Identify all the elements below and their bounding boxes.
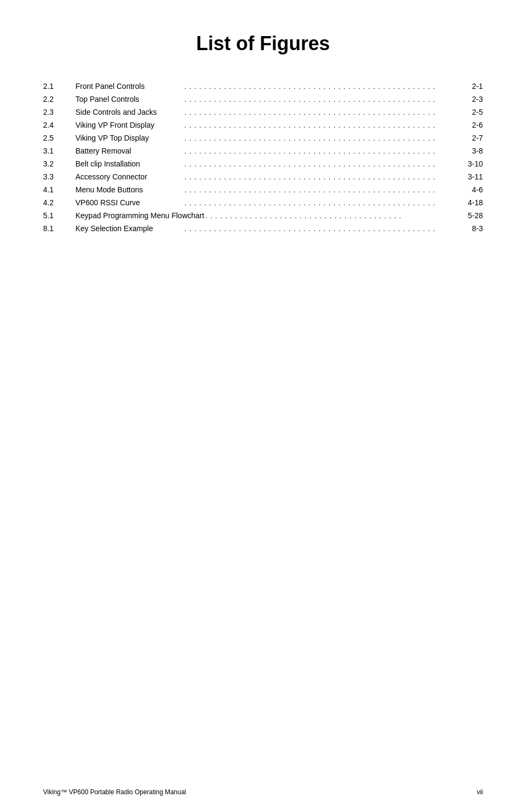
figure-title: Top Panel Controls (75, 95, 183, 103)
figure-number: 3.3 (43, 172, 75, 181)
figure-number: 2.5 (43, 134, 75, 142)
figure-dots: . . . . . . . . . . . . . . . . . . . . … (183, 225, 456, 233)
figure-dots: . . . . . . . . . . . . . . . . . . . . … (183, 121, 456, 129)
figure-dots: . . . . . . . . . . . . . . . . . . . . … (183, 95, 456, 103)
list-item: 4.2VP600 RSSI Curve. . . . . . . . . . .… (43, 198, 483, 207)
list-item: 3.2Belt clip Installation. . . . . . . .… (43, 159, 483, 168)
figure-title: Belt clip Installation (75, 159, 183, 168)
list-item: 8.1Key Selection Example. . . . . . . . … (43, 224, 483, 233)
page: List of Figures 2.1Front Panel Controls.… (0, 0, 526, 812)
figure-page: 2-7 (456, 134, 483, 142)
figure-number: 4.2 (43, 198, 75, 207)
figure-page: 2-3 (456, 95, 483, 103)
list-item: 2.3Side Controls and Jacks. . . . . . . … (43, 108, 483, 116)
figure-dots: . . . . . . . . . . . . . . . . . . . . … (183, 160, 456, 168)
figure-title: Menu Mode Buttons (75, 185, 183, 194)
figure-dots: . . . . . . . . . . . . . . . . . . . . … (204, 212, 456, 220)
list-item: 2.5Viking VP Top Display. . . . . . . . … (43, 134, 483, 142)
list-item: 4.1Menu Mode Buttons. . . . . . . . . . … (43, 185, 483, 194)
page-title: List of Figures (43, 32, 483, 55)
figure-page: 2-6 (456, 121, 483, 129)
list-item: 3.3Accessory Connector. . . . . . . . . … (43, 172, 483, 181)
figure-dots: . . . . . . . . . . . . . . . . . . . . … (183, 186, 456, 194)
list-item: 2.1Front Panel Controls. . . . . . . . .… (43, 82, 483, 91)
figure-title: Key Selection Example (75, 224, 183, 233)
figure-dots: . . . . . . . . . . . . . . . . . . . . … (183, 108, 456, 116)
figure-title: Accessory Connector (75, 172, 183, 181)
figure-dots: . . . . . . . . . . . . . . . . . . . . … (183, 82, 456, 91)
figure-page: 4-18 (456, 198, 483, 207)
figure-number: 8.1 (43, 224, 75, 233)
figure-number: 4.1 (43, 185, 75, 194)
figure-page: 3-10 (456, 159, 483, 168)
figure-page: 8-3 (456, 224, 483, 233)
figure-dots: . . . . . . . . . . . . . . . . . . . . … (183, 199, 456, 207)
figure-number: 5.1 (43, 211, 75, 220)
footer: Viking™ VP600 Portable Radio Operating M… (43, 788, 483, 796)
figure-number: 3.1 (43, 147, 75, 155)
figure-title: Viking VP Top Display (75, 134, 183, 142)
figure-title: Viking VP Front Display (75, 121, 183, 129)
figure-number: 2.4 (43, 121, 75, 129)
figure-page: 5-28 (456, 211, 483, 220)
list-item: 3.1Battery Removal. . . . . . . . . . . … (43, 147, 483, 155)
figure-number: 2.2 (43, 95, 75, 103)
list-item: 2.2Top Panel Controls. . . . . . . . . .… (43, 95, 483, 103)
figure-number: 2.3 (43, 108, 75, 116)
figure-title: VP600 RSSI Curve (75, 198, 183, 207)
figure-page: 2-5 (456, 108, 483, 116)
figure-page: 2-1 (456, 82, 483, 91)
figure-dots: . . . . . . . . . . . . . . . . . . . . … (183, 147, 456, 155)
figure-page: 3-11 (456, 172, 483, 181)
figure-dots: . . . . . . . . . . . . . . . . . . . . … (183, 173, 456, 181)
list-item: 5.1Keypad Programming Menu Flowchart. . … (43, 211, 483, 220)
footer-right: vii (477, 788, 483, 796)
figure-dots: . . . . . . . . . . . . . . . . . . . . … (183, 134, 456, 142)
figure-page: 4-6 (456, 185, 483, 194)
figure-page: 3-8 (456, 147, 483, 155)
figure-number: 3.2 (43, 159, 75, 168)
figure-number: 2.1 (43, 82, 75, 91)
figure-title: Front Panel Controls (75, 82, 183, 91)
figure-title: Keypad Programming Menu Flowchart (75, 211, 204, 220)
figure-title: Battery Removal (75, 147, 183, 155)
toc-entries: 2.1Front Panel Controls. . . . . . . . .… (43, 82, 483, 233)
figure-title: Side Controls and Jacks (75, 108, 183, 116)
list-item: 2.4Viking VP Front Display. . . . . . . … (43, 121, 483, 129)
footer-left: Viking™ VP600 Portable Radio Operating M… (43, 788, 186, 796)
